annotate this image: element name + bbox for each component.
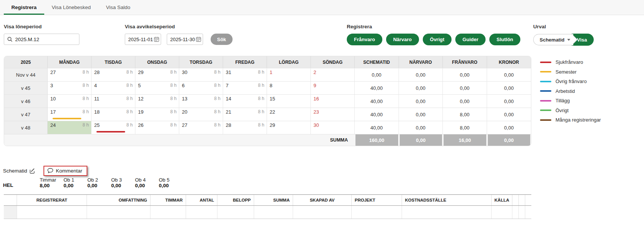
urval-select[interactable]: Schematid (533, 34, 573, 45)
day-hours: 8 h (126, 109, 133, 114)
day-cell[interactable]: 208 h (179, 108, 223, 121)
slutlön-button[interactable]: Slutlön (489, 34, 520, 45)
day-cell[interactable]: 22 (267, 108, 311, 121)
date-to-box[interactable] (167, 34, 203, 45)
calendar-icon[interactable] (154, 37, 159, 42)
day-cell[interactable]: 198 h (135, 108, 179, 121)
day-cell[interactable]: 278 h (48, 68, 92, 81)
day-number: 21 (226, 109, 231, 115)
guider-button[interactable]: Guider (455, 34, 486, 45)
detail-col-ob-4: Ob 40,00 (135, 177, 159, 188)
day-cell[interactable]: 108 h (48, 95, 92, 108)
närvaro-button[interactable]: Närvaro (386, 34, 419, 45)
day-cell[interactable]: 118 h (92, 95, 135, 108)
day-cell[interactable]: 188 h (92, 108, 135, 121)
tab-visa-saldo[interactable]: Visa Saldo (98, 0, 138, 15)
calendar-icon[interactable] (196, 37, 201, 42)
week-label: v 47 (4, 108, 48, 121)
value-cell: 0,00 (487, 68, 531, 81)
day-number: 6 (182, 83, 185, 88)
day-cell[interactable]: 1 (267, 68, 311, 81)
header-cell-registrerat: REGISTRERAT (17, 195, 87, 205)
day-cell[interactable]: 288 h (92, 68, 135, 81)
kommentar-button[interactable]: Kommentar (43, 166, 87, 176)
day-hours: 8 h (126, 83, 133, 88)
day-cell[interactable]: 16 (311, 95, 355, 108)
day-cell[interactable]: 288 h (223, 121, 267, 134)
day-cell[interactable]: 38 h (48, 82, 92, 94)
day-hours: 8 h (82, 122, 89, 128)
value-cell: 40,00 (355, 121, 399, 134)
day-number: 5 (138, 83, 141, 88)
detail-col-ob-2: Ob 20,00 (87, 177, 111, 188)
day-number: 19 (138, 109, 143, 115)
legend-item-övrig-frånvaro: Övrig frånvaro (540, 79, 601, 84)
day-hours: 8 h (258, 122, 264, 128)
registrera-group: Registrera FrånvaroNärvaroÖvrigtGuiderSl… (347, 24, 520, 45)
legend-color-bar (540, 119, 551, 121)
övrigt-button[interactable]: Övrigt (423, 34, 452, 45)
day-cell[interactable]: 138 h (179, 95, 223, 108)
summa-label: SUMMA (4, 134, 355, 146)
col-header-lördag: LÖRDAG (267, 56, 311, 68)
legend-color-bar (540, 100, 551, 102)
day-cell[interactable]: 2 (311, 68, 355, 81)
day-cell[interactable]: 78 h (223, 82, 267, 94)
summa-value-cell: 0,00 (400, 134, 442, 146)
day-hours: 8 h (82, 96, 89, 101)
day-cell[interactable]: 148 h (223, 95, 267, 108)
week-row: Nov v 44278 h288 h298 h308 h318 h120,000… (4, 68, 531, 81)
day-cell[interactable]: 308 h (179, 68, 223, 81)
day-number: 7 (226, 83, 228, 88)
date-from-box[interactable] (125, 34, 161, 45)
day-cell[interactable]: 258 h (92, 121, 135, 134)
tab-visa-lönebesked[interactable]: Visa Lönebesked (44, 0, 98, 15)
loneperiod-input[interactable] (15, 37, 76, 42)
day-cell[interactable]: 268 h (135, 121, 179, 134)
date-from-input[interactable] (128, 37, 154, 42)
header-cell-empty (512, 195, 519, 205)
empty-cell (525, 206, 531, 219)
day-cell[interactable]: 278 h (179, 121, 223, 134)
date-to-input[interactable] (170, 37, 196, 42)
day-hours: 8 h (214, 109, 220, 114)
edit-icon[interactable] (29, 168, 35, 174)
header-cell-summa: SUMMA (254, 195, 293, 205)
registrera-label: Registrera (347, 24, 520, 29)
value-cell: 0,00 (487, 82, 531, 94)
day-hours: 8 h (82, 109, 89, 114)
day-cell[interactable]: 29 (267, 121, 311, 134)
value-cell: 8,00 (443, 121, 487, 134)
day-cell[interactable]: 58 h (135, 82, 179, 94)
day-number: 29 (138, 69, 143, 75)
empty-cell (512, 206, 519, 219)
day-cell[interactable]: 128 h (135, 95, 179, 108)
day-cell[interactable]: 218 h (223, 108, 267, 121)
detail-col-value: 0,00 (87, 183, 111, 188)
detail-col-value: 0,00 (135, 183, 159, 188)
day-hours: 8 h (258, 96, 264, 101)
loneperiod-search-box[interactable] (4, 34, 79, 45)
tab-registrera[interactable]: Registrera (4, 0, 44, 15)
frånvaro-button[interactable]: Frånvaro (347, 34, 382, 45)
value-cell: 0,00 (443, 95, 487, 108)
day-cell[interactable]: 178 h (48, 108, 92, 121)
detail-col-value: 0,00 (111, 183, 135, 188)
day-cell[interactable]: 30 (311, 121, 355, 134)
day-cell[interactable]: 298 h (135, 68, 179, 81)
day-cell[interactable]: 9 (311, 82, 355, 94)
day-cell[interactable]: 248 h (48, 121, 92, 134)
day-cell[interactable]: 15 (267, 95, 311, 108)
day-number: 23 (313, 109, 319, 115)
day-cell[interactable]: 68 h (179, 82, 223, 94)
day-cell[interactable]: 48 h (92, 82, 135, 94)
legend-label: Övrigt (556, 108, 569, 113)
sok-button[interactable]: Sök (211, 34, 233, 45)
day-number: 18 (94, 109, 99, 115)
day-cell[interactable]: 23 (311, 108, 355, 121)
day-cell[interactable]: 8 (267, 82, 311, 94)
day-cell[interactable]: 318 h (223, 68, 267, 81)
day-number: 28 (94, 69, 99, 75)
day-hours: 8 h (258, 109, 264, 114)
day-hours: 8 h (214, 83, 220, 88)
